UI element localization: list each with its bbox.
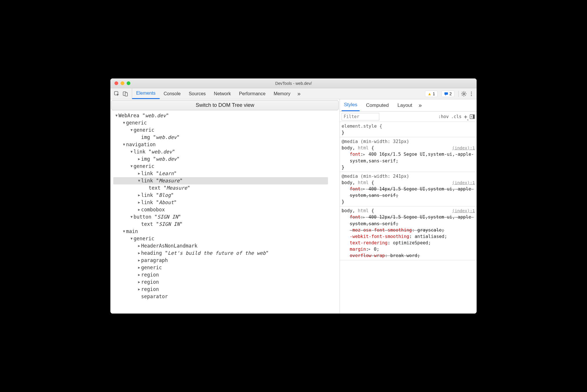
expand-arrow-icon[interactable]: ▼ xyxy=(114,112,119,119)
tree-row[interactable]: ▼generic xyxy=(113,119,340,127)
tree-row[interactable]: img "web.dev" xyxy=(113,134,340,141)
tree-row[interactable]: ▶combobox xyxy=(113,206,340,213)
svg-rect-3 xyxy=(444,92,448,95)
expand-arrow-icon[interactable]: ▶ xyxy=(137,250,141,257)
tab-memory[interactable]: Memory xyxy=(269,88,294,99)
tree-row[interactable]: ▼generic xyxy=(113,235,340,242)
tree-node-label: main xyxy=(126,228,138,235)
tree-node-label: link "About" xyxy=(141,199,177,206)
tree-row[interactable]: ▶paragraph xyxy=(113,257,340,264)
tree-row[interactable]: separator xyxy=(113,293,340,300)
device-toolbar-icon[interactable] xyxy=(123,91,128,97)
tree-node-label: WebArea "web.dev" xyxy=(119,112,169,119)
style-rule[interactable]: @media (min-width: 241px)(index):1body, … xyxy=(340,172,477,207)
tree-row[interactable]: ▼main xyxy=(113,228,340,235)
tree-row[interactable]: ▶region xyxy=(113,279,340,286)
tree-row[interactable]: ▶region xyxy=(113,286,340,293)
tree-node-label: link "web.dev" xyxy=(134,148,175,155)
tree-node-label: paragraph xyxy=(141,257,168,264)
close-window-button[interactable] xyxy=(114,81,118,85)
window-controls xyxy=(110,81,130,85)
tree-row[interactable]: ▼navigation xyxy=(113,141,340,148)
expand-arrow-icon[interactable]: ▼ xyxy=(130,235,134,242)
expand-arrow-icon xyxy=(137,221,141,228)
computed-sidebar-toggle-icon[interactable] xyxy=(470,114,475,119)
accessibility-tree[interactable]: ▼WebArea "web.dev"▼generic▼generic img "… xyxy=(110,110,340,314)
rule-source-link[interactable]: (index):1 xyxy=(452,208,475,214)
more-sidebar-tabs-button[interactable]: » xyxy=(419,102,422,109)
expand-arrow-icon[interactable]: ▶ xyxy=(137,279,141,286)
expand-arrow-icon[interactable]: ▶ xyxy=(137,286,141,293)
cls-toggle[interactable]: .cls xyxy=(451,114,462,119)
tree-node-label: region xyxy=(141,279,159,286)
tree-row[interactable]: ▶link "About" xyxy=(113,199,340,206)
inspect-element-icon[interactable] xyxy=(114,91,120,97)
tree-node-label: link "Learn" xyxy=(141,170,177,177)
svg-rect-17 xyxy=(473,115,474,118)
tab-computed[interactable]: Computed xyxy=(364,99,391,111)
tab-elements[interactable]: Elements xyxy=(132,88,160,99)
elements-panel: Switch to DOM Tree view ▼WebArea "web.de… xyxy=(110,99,340,314)
style-rule[interactable]: element.style {} xyxy=(340,122,477,137)
expand-arrow-icon[interactable]: ▼ xyxy=(122,228,126,235)
tab-styles[interactable]: Styles xyxy=(342,99,360,111)
svg-point-15 xyxy=(471,95,472,96)
switch-to-dom-tree-button[interactable]: Switch to DOM Tree view xyxy=(111,100,339,110)
svg-point-14 xyxy=(471,93,472,94)
expand-arrow-icon[interactable]: ▶ xyxy=(137,271,141,279)
styles-list[interactable]: element.style {}@media (min-width: 321px… xyxy=(340,122,477,314)
expand-arrow-icon[interactable]: ▶ xyxy=(137,155,141,163)
tree-row[interactable]: ▼button "SIGN IN" xyxy=(113,213,340,221)
tree-row[interactable]: text "SIGN IN" xyxy=(113,221,340,228)
hov-toggle[interactable]: :hov xyxy=(438,114,449,119)
tree-row[interactable]: text "Measure" xyxy=(113,184,340,192)
tree-row[interactable]: ▼WebArea "web.dev" xyxy=(113,112,340,119)
expand-arrow-icon[interactable]: ▶ xyxy=(137,206,141,213)
warnings-badge[interactable]: ▲ 1 xyxy=(425,91,438,97)
tab-layout[interactable]: Layout xyxy=(395,99,415,111)
style-rule[interactable]: @media (min-width: 321px)(index):1body, … xyxy=(340,137,477,172)
expand-arrow-icon[interactable]: ▼ xyxy=(137,177,141,184)
tab-performance[interactable]: Performance xyxy=(235,88,270,99)
expand-arrow-icon[interactable]: ▼ xyxy=(130,127,134,134)
expand-arrow-icon[interactable]: ▶ xyxy=(137,199,141,206)
expand-arrow-icon[interactable]: ▶ xyxy=(137,257,141,264)
tree-node-label: heading "Let's build the future of the w… xyxy=(141,250,269,257)
tree-row[interactable]: ▼generic xyxy=(113,127,340,134)
warnings-count: 1 xyxy=(433,91,435,96)
tree-row[interactable]: ▶region xyxy=(113,271,340,279)
expand-arrow-icon[interactable]: ▶ xyxy=(137,192,141,199)
messages-badge[interactable]: 2 xyxy=(442,91,454,97)
expand-arrow-icon[interactable]: ▶ xyxy=(137,242,141,250)
minimize-window-button[interactable] xyxy=(121,81,124,85)
tree-row[interactable]: ▼generic xyxy=(113,163,340,170)
expand-arrow-icon[interactable]: ▼ xyxy=(122,119,126,127)
style-rule[interactable]: (index):1body, html {font:▶ 400 12px/1.5… xyxy=(340,206,477,260)
tree-row[interactable]: ▼link "web.dev" xyxy=(113,148,340,155)
rule-source-link[interactable]: (index):1 xyxy=(452,145,475,151)
more-tabs-button[interactable]: » xyxy=(294,88,303,99)
tab-console[interactable]: Console xyxy=(160,88,185,99)
tab-network[interactable]: Network xyxy=(210,88,235,99)
expand-arrow-icon xyxy=(145,184,149,192)
styles-filter-input[interactable] xyxy=(342,113,379,120)
expand-arrow-icon[interactable]: ▶ xyxy=(137,264,141,271)
expand-arrow-icon[interactable]: ▼ xyxy=(130,213,134,221)
tree-row[interactable]: ▶img "web.dev" xyxy=(113,155,340,163)
tree-row[interactable]: ▶link "Blog" xyxy=(113,192,340,199)
settings-icon[interactable] xyxy=(461,91,467,97)
expand-arrow-icon[interactable]: ▼ xyxy=(122,141,126,148)
tree-row[interactable]: ▶generic xyxy=(113,264,340,271)
tree-row[interactable]: ▶link "Learn" xyxy=(113,170,340,177)
tree-row[interactable]: ▼link "Measure" xyxy=(113,177,328,184)
maximize-window-button[interactable] xyxy=(127,81,130,85)
rule-source-link[interactable]: (index):1 xyxy=(452,179,475,186)
tree-row[interactable]: ▶heading "Let's build the future of the … xyxy=(113,250,340,257)
expand-arrow-icon[interactable]: ▼ xyxy=(130,163,134,170)
more-options-icon[interactable] xyxy=(469,91,474,97)
expand-arrow-icon[interactable]: ▶ xyxy=(137,170,141,177)
tab-sources[interactable]: Sources xyxy=(185,88,210,99)
expand-arrow-icon[interactable]: ▼ xyxy=(130,148,134,155)
tree-row[interactable]: ▶HeaderAsNonLandmark xyxy=(113,242,340,250)
new-style-rule-button[interactable]: + xyxy=(464,113,467,120)
